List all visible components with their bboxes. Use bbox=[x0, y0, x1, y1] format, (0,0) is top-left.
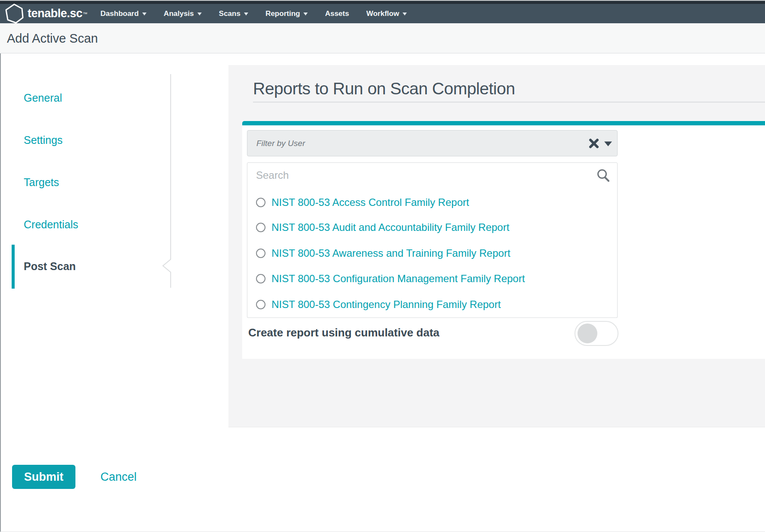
report-option[interactable]: NIST 800-53 Audit and Accountability Fam… bbox=[256, 218, 509, 237]
sidebar-item-settings[interactable]: Settings bbox=[24, 134, 62, 146]
chevron-down-icon bbox=[142, 12, 147, 16]
report-option[interactable]: NIST 800-53 Contingency Planning Family … bbox=[256, 295, 501, 314]
window-left-edge bbox=[0, 53, 1, 532]
top-navbar: tenable.sc ™ Dashboard Analysis Scans Re… bbox=[0, 4, 765, 23]
magnifier-icon[interactable] bbox=[596, 168, 610, 182]
nav-item-dashboard[interactable]: Dashboard bbox=[92, 9, 155, 18]
brand-trademark: ™ bbox=[83, 11, 87, 16]
nav-menu: Dashboard Analysis Scans Reporting Asset… bbox=[92, 4, 415, 23]
app-screen: tenable.sc ™ Dashboard Analysis Scans Re… bbox=[0, 0, 765, 532]
nav-item-assets[interactable]: Assets bbox=[316, 9, 358, 18]
nav-item-scans[interactable]: Scans bbox=[210, 9, 257, 18]
nav-item-workflow[interactable]: Workflow bbox=[358, 9, 415, 18]
section-title-rule bbox=[253, 102, 765, 103]
search-placeholder: Search bbox=[256, 169, 289, 181]
radio-button[interactable] bbox=[256, 249, 265, 258]
radio-button[interactable] bbox=[256, 300, 265, 309]
toggle-knob bbox=[578, 324, 597, 343]
hexagon-icon bbox=[5, 3, 24, 24]
page-title: Add Active Scan bbox=[7, 31, 98, 45]
window-top-strip bbox=[0, 0, 765, 4]
submit-button[interactable]: Submit bbox=[12, 465, 75, 489]
sidebar-item-general[interactable]: General bbox=[24, 92, 62, 104]
report-option[interactable]: NIST 800-53 Configuration Management Fam… bbox=[256, 269, 525, 288]
radio-button[interactable] bbox=[256, 198, 265, 207]
chevron-down-icon bbox=[197, 12, 202, 16]
report-search-field[interactable]: Search bbox=[247, 162, 618, 188]
report-option[interactable]: NIST 800-53 Access Control Family Report bbox=[256, 193, 469, 212]
nav-item-reporting[interactable]: Reporting bbox=[257, 9, 316, 18]
chevron-down-icon bbox=[303, 12, 308, 16]
sidebar-item-post-scan[interactable]: Post Scan bbox=[24, 260, 76, 273]
cumulative-data-label: Create report using cumulative data bbox=[248, 326, 440, 339]
radio-button[interactable] bbox=[256, 223, 265, 232]
sidebar-divider bbox=[159, 73, 173, 291]
post-scan-panel: Reports to Run on Scan Completion Filter… bbox=[228, 65, 765, 427]
report-list: NIST 800-53 Access Control Family Report… bbox=[247, 188, 618, 318]
active-step-indicator bbox=[12, 245, 15, 289]
sidebar-item-targets[interactable]: Targets bbox=[24, 176, 59, 189]
report-option[interactable]: NIST 800-53 Awareness and Training Famil… bbox=[256, 244, 510, 263]
sidebar-item-credentials[interactable]: Credentials bbox=[24, 218, 78, 231]
radio-button[interactable] bbox=[256, 274, 265, 283]
filter-by-user-dropdown[interactable]: Filter by User bbox=[247, 130, 618, 156]
x-icon[interactable] bbox=[589, 138, 599, 149]
page-header: Add Active Scan bbox=[0, 23, 765, 53]
section-title: Reports to Run on Scan Completion bbox=[253, 79, 515, 98]
chevron-down-icon bbox=[244, 12, 248, 16]
filter-placeholder: Filter by User bbox=[256, 139, 305, 148]
cancel-link[interactable]: Cancel bbox=[100, 465, 137, 489]
nav-item-analysis[interactable]: Analysis bbox=[155, 9, 210, 18]
chevron-down-icon bbox=[403, 12, 407, 16]
reports-card: Filter by User Search bbox=[242, 121, 765, 359]
cumulative-data-toggle[interactable] bbox=[575, 321, 618, 346]
card-accent-bar bbox=[242, 121, 765, 125]
caret-down-icon[interactable] bbox=[604, 141, 612, 146]
brand-name: tenable.sc bbox=[28, 7, 82, 20]
brand-logo[interactable]: tenable.sc ™ bbox=[5, 3, 87, 24]
